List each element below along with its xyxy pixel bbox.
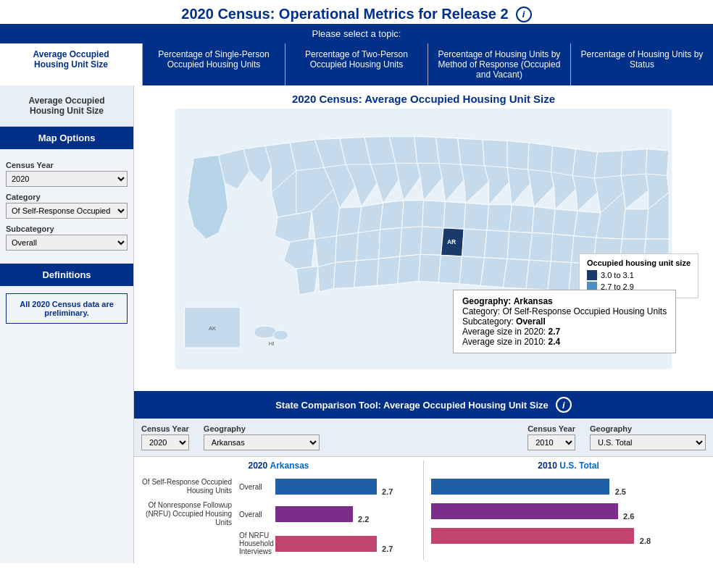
legend-item-high: 3.0 to 3.1 — [587, 270, 691, 280]
svg-text:AR: AR — [447, 238, 456, 245]
svg-marker-61 — [420, 227, 443, 255]
svg-marker-84 — [548, 261, 572, 291]
left-bar-container-2: 2.7 — [275, 536, 416, 552]
right-bar-2 — [431, 528, 634, 544]
legend-label-high: 3.0 to 3.1 — [601, 271, 634, 280]
right-year-select[interactable]: 2010 — [528, 434, 575, 450]
tab-average-occupied[interactable]: Average OccupiedHousing Unit Size — [0, 43, 143, 85]
svg-marker-75 — [354, 259, 379, 287]
page-title: 2020 Census: Operational Metrics for Rel… — [181, 6, 508, 22]
topic-prompt: Please select a topic: — [312, 28, 401, 39]
svg-point-88 — [254, 326, 277, 338]
right-year-group: Census Year 2010 — [528, 424, 575, 450]
left-geo-label: Geography — [204, 424, 320, 433]
preliminary-note: All 2020 Census data are preliminary. — [6, 293, 128, 324]
left-chart-title: 2020 Arkansas — [141, 461, 416, 471]
left-sub-0: Overall — [235, 483, 275, 491]
right-chart: 2010 U.S. Total 2.5 2.6 — [423, 461, 713, 560]
tooltip-cat-label: Category: — [462, 306, 500, 316]
right-bar-row-1: 2.6 — [431, 501, 706, 521]
tab-two-person[interactable]: Percentage of Two-Person Occupied Housin… — [285, 43, 428, 85]
left-geo-select[interactable]: Arkansas — [204, 434, 320, 450]
tab-method-response[interactable]: Percentage of Housing Units by Method of… — [428, 43, 571, 85]
left-year-select[interactable]: 2020 — [141, 434, 189, 450]
census-year-label: Census Year — [6, 161, 128, 169]
tab-single-person[interactable]: Percentage of Single-Person Occupied Hou… — [143, 43, 285, 85]
svg-marker-47 — [487, 205, 512, 232]
left-sub-2: Of NRFU Household Interviews — [235, 532, 275, 555]
left-bar-container-1: 2.2 — [275, 506, 416, 522]
census-year-select[interactable]: 2020 — [6, 171, 128, 187]
left-chart: 2020 Arkansas Of Self-Response Occupied … — [134, 461, 423, 560]
left-sub-1: Overall — [235, 511, 275, 518]
tooltip-sub-label: Subcategory: — [462, 316, 514, 327]
bar-chart-area: 2020 Arkansas Of Self-Response Occupied … — [134, 457, 713, 563]
tab-status[interactable]: Percentage of Housing Units by Status — [571, 43, 713, 85]
svg-marker-79 — [438, 255, 462, 283]
left-geo-group: Geography Arkansas — [204, 424, 320, 450]
left-bar-2 — [275, 536, 377, 552]
left-bar-row-2: Of NRFU Household Interviews 2.7 — [141, 532, 416, 555]
left-value-1: 2.2 — [358, 515, 369, 524]
left-year-label: Census Year — [141, 424, 189, 433]
category-label: Category — [6, 193, 128, 201]
svg-point-89 — [273, 330, 288, 340]
tooltip-size2020-value: 2.7 — [549, 327, 561, 337]
svg-marker-53 — [622, 209, 649, 239]
left-bar-container-0: 2.7 — [275, 479, 416, 495]
legend-title: Occupied housing unit size — [587, 259, 691, 267]
definitions-button[interactable]: Definitions — [0, 264, 133, 286]
right-geo-label: Geography — [590, 424, 706, 433]
right-year-label: Census Year — [528, 424, 575, 433]
info-icon[interactable]: i — [516, 7, 532, 22]
map-area: 2020 Census: Average Occupied Housing Un… — [134, 85, 713, 391]
svg-marker-41 — [359, 203, 383, 232]
svg-marker-64 — [485, 230, 509, 259]
svg-marker-57 — [335, 232, 359, 262]
svg-marker-78 — [419, 254, 441, 282]
svg-marker-83 — [526, 260, 551, 290]
svg-marker-42 — [380, 201, 404, 230]
comparison-tool-header: State Comparison Tool: Average Occupied … — [134, 391, 713, 419]
subcategory-label: Subcategory — [6, 224, 128, 233]
right-value-0: 2.5 — [615, 487, 626, 496]
comparison-title: State Comparison Tool: Average Occupied … — [275, 400, 549, 411]
svg-marker-82 — [503, 259, 529, 288]
tooltip-cat-value: Of Self-Response Occupied Housing Units — [502, 306, 667, 316]
left-label-0: Of Self-Response Occupied Housing Units — [141, 478, 235, 495]
sidebar-active-topic: Average OccupiedHousing Unit Size — [29, 96, 105, 116]
category-select[interactable]: Of Self-Response Occupied ... — [6, 203, 128, 219]
comparison-controls: Census Year 2020 Geography Arkansas Cens… — [134, 419, 713, 457]
svg-marker-48 — [509, 205, 534, 233]
left-year-group: Census Year 2020 — [141, 424, 189, 450]
tooltip-geo-label: Geography: — [462, 296, 511, 306]
subcategory-select[interactable]: Overall — [6, 235, 128, 251]
svg-marker-58 — [356, 230, 380, 261]
right-bar-1 — [431, 503, 618, 519]
left-value-2: 2.7 — [382, 545, 393, 553]
tooltip-size2010-value: 2.4 — [549, 337, 561, 347]
svg-marker-77 — [398, 254, 421, 283]
left-value-0: 2.7 — [382, 487, 393, 496]
tooltip-geo-value: Arkansas — [514, 296, 553, 306]
svg-marker-66 — [529, 232, 553, 261]
right-bar-container-1: 2.6 — [431, 503, 706, 519]
right-bar-0 — [431, 479, 609, 495]
left-bar-row-0: Of Self-Response Occupied Housing Units … — [141, 476, 416, 497]
legend-swatch-high — [587, 270, 597, 280]
right-bar-container-2: 2.8 — [431, 528, 706, 544]
map-options-header: Map Options — [0, 127, 133, 149]
right-value-2: 2.8 — [640, 537, 651, 545]
nav-tabs: Average OccupiedHousing Unit Size Percen… — [0, 43, 713, 85]
right-bar-row-0: 2.5 — [431, 476, 706, 497]
svg-marker-50 — [553, 209, 578, 236]
svg-marker-80 — [459, 256, 484, 285]
svg-marker-72 — [296, 267, 318, 295]
right-bar-container-0: 2.5 — [431, 479, 706, 495]
right-geo-select[interactable]: U.S. Total — [590, 434, 706, 450]
svg-marker-46 — [464, 203, 488, 230]
svg-marker-76 — [377, 256, 400, 285]
comparison-info-icon[interactable]: i — [556, 397, 572, 413]
svg-marker-65 — [507, 232, 532, 260]
right-chart-title: 2010 U.S. Total — [431, 461, 706, 471]
